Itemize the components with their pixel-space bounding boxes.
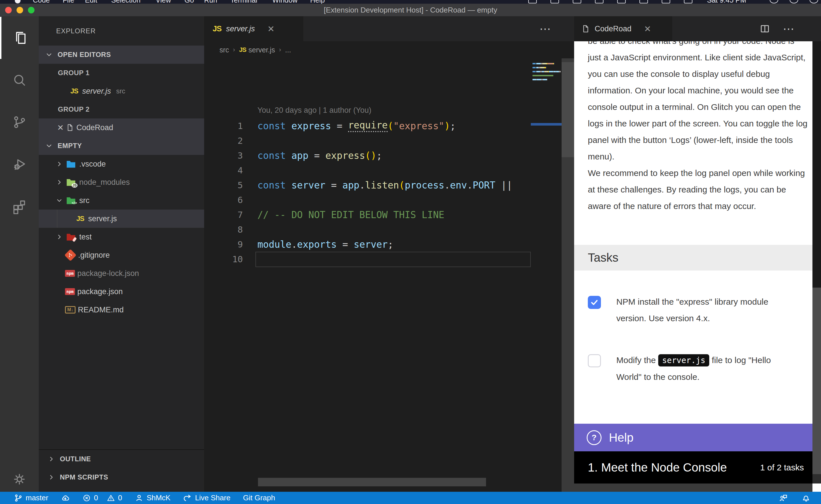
minimap-line <box>532 79 547 80</box>
coderoad-panel: CodeRoad ✕ ⋯ be able to check what's goi… <box>574 16 821 492</box>
activity-extensions[interactable] <box>0 185 39 228</box>
menu-item-help[interactable]: Help <box>310 0 325 4</box>
close-tab-icon[interactable]: ✕ <box>268 24 275 34</box>
panel-scrollbar-thumb[interactable] <box>812 288 821 474</box>
menubar-clock: Sat 9:45 PM <box>707 0 746 4</box>
tree-item-node_modules[interactable]: JSnode_modules <box>39 173 204 191</box>
menu-item-view[interactable]: View <box>156 0 171 4</box>
close-tab-icon[interactable]: ✕ <box>644 24 651 34</box>
open-editors-group: GROUP 2 <box>39 100 204 118</box>
status-master[interactable]: master <box>14 493 48 503</box>
tree-item-package-json[interactable]: npmpackage.json <box>39 282 204 301</box>
help-section[interactable]: ? Help <box>574 424 812 451</box>
close-editor-icon[interactable]: ✕ <box>55 123 66 132</box>
menubar-status-icon[interactable] <box>595 0 603 3</box>
chevron-right <box>55 233 63 241</box>
test-folder-icon <box>65 231 77 243</box>
line-number: 6 <box>216 192 243 207</box>
gitlens-blame-annotation: You, 20 days ago | 1 author (You) <box>258 103 371 117</box>
breadcrumb-item[interactable]: src <box>220 46 229 54</box>
open-editors-group: GROUP 1 <box>39 64 204 82</box>
breadcrumb-item[interactable]: ... <box>285 46 291 54</box>
open-editors-header[interactable]: OPEN EDITORS <box>39 46 204 64</box>
window-title-bar[interactable]: [Extension Development Host] - CodeRoad … <box>0 4 821 16</box>
task-checkbox-checked[interactable] <box>588 296 601 309</box>
search-icon <box>12 72 27 88</box>
tab-label: server.js <box>226 24 255 33</box>
status-bar: master00ShMcKLive ShareGit Graph <box>0 492 821 504</box>
breadcrumb-separator-icon: › <box>233 46 235 54</box>
code-editor[interactable]: You, 20 days ago | 1 author (You) 1const… <box>204 58 561 483</box>
menubar-status-icon[interactable] <box>550 0 559 3</box>
status-problems[interactable]: 00 <box>82 493 122 502</box>
folder-section-header[interactable]: EMPTY <box>39 137 204 155</box>
code-line-9: module.exports = server; <box>258 237 393 252</box>
explorer-sidebar: EXPLORER OPEN EDITORSGROUP 1JSserver.jss… <box>39 16 204 492</box>
open-editor-item-server-js[interactable]: JSserver.jssrc <box>39 82 204 100</box>
status-bell-icon[interactable] <box>802 493 811 503</box>
apple-icon[interactable] <box>15 0 21 3</box>
menu-item-edit[interactable]: Edit <box>85 0 97 4</box>
status-git-graph[interactable]: Git Graph <box>243 493 275 502</box>
menubar-status-icon[interactable] <box>770 0 778 3</box>
tree-item-test[interactable]: test <box>39 228 204 246</box>
menubar-status-icon[interactable] <box>790 0 798 3</box>
activity-run-and-debug[interactable] <box>0 143 39 185</box>
task-checkbox-unchecked[interactable] <box>588 354 601 367</box>
panel-scrollbar[interactable] <box>812 41 821 492</box>
menubar-status-icon[interactable] <box>684 0 693 3</box>
menu-item-selection[interactable]: Selection <box>111 0 140 4</box>
minimap[interactable] <box>531 58 561 483</box>
status-cloud-upload-icon[interactable] <box>61 493 70 503</box>
menubar-status-icon[interactable] <box>617 0 626 3</box>
status-feedback-icon[interactable] <box>779 493 788 503</box>
menubar-status-icon[interactable] <box>662 0 670 3</box>
person-icon <box>134 493 144 503</box>
more-actions-icon[interactable]: ⋯ <box>539 22 551 35</box>
menubar-status-icon[interactable] <box>573 0 581 3</box>
line-number: 3 <box>216 148 243 163</box>
horizontal-scrollbar-thumb[interactable] <box>258 478 486 486</box>
cloud-upload-icon <box>61 493 70 503</box>
panel-scrollbar-corner <box>812 483 821 492</box>
minimap-line <box>532 75 553 76</box>
menu-item-window[interactable]: Window <box>272 0 298 4</box>
tree-item--vscode[interactable]: .vscode <box>39 155 204 173</box>
open-editor-item-coderoad[interactable]: ✕CodeRoad <box>39 118 204 137</box>
tree-item-server-js[interactable]: JSserver.js <box>39 210 204 228</box>
menubar-status-icon[interactable] <box>810 0 818 3</box>
menubar-status-icon[interactable] <box>528 0 537 3</box>
tab-coderoad[interactable]: CodeRoad ✕ <box>574 16 672 41</box>
line-number: 7 <box>216 207 243 222</box>
menu-item-go[interactable]: Go <box>184 0 194 4</box>
line-number: 9 <box>216 237 243 252</box>
breadcrumb[interactable]: src›JSserver.js›... <box>220 41 291 58</box>
tab-server-js[interactable]: JS server.js ✕ <box>204 16 303 41</box>
tree-item-readme-md[interactable]: M↓README.md <box>39 301 204 319</box>
menu-item-code[interactable]: Code <box>33 0 50 4</box>
editor-scrollbar[interactable] <box>561 58 574 492</box>
menubar-status-icon[interactable] <box>640 0 648 3</box>
section-outline[interactable]: OUTLINE <box>39 450 204 468</box>
editor-tab-bar: JS server.js ✕ ⋯ <box>204 16 574 41</box>
status-live-share[interactable]: Live Share <box>183 493 230 503</box>
vscode-window: CodeFileEditSelectionViewGoRunTerminalWi… <box>0 0 821 504</box>
breadcrumb-item[interactable]: JSserver.js <box>239 46 275 54</box>
line-number: 2 <box>216 133 243 148</box>
activity-source-control[interactable] <box>0 101 39 143</box>
tree-item--gitignore[interactable]: .gitignore <box>39 246 204 264</box>
editor-scrollbar-thumb[interactable] <box>561 62 574 157</box>
live-share-icon <box>183 493 192 503</box>
tree-item-package-lock-json[interactable]: npmpackage-lock.json <box>39 264 204 282</box>
activity-explorer[interactable] <box>0 17 40 59</box>
chevron-down <box>45 50 53 59</box>
status-shmck[interactable]: ShMcK <box>134 493 170 503</box>
menu-item-file[interactable]: File <box>63 0 74 4</box>
activity-search[interactable] <box>0 59 39 101</box>
menu-item-run[interactable]: Run <box>204 0 217 4</box>
more-actions-icon[interactable]: ⋯ <box>783 22 795 35</box>
split-editor-icon[interactable] <box>759 23 770 34</box>
tree-item-src[interactable]: </>src <box>39 191 204 210</box>
menu-item-terminal[interactable]: Terminal <box>230 0 257 4</box>
section-npm-scripts[interactable]: NPM SCRIPTS <box>39 468 204 486</box>
